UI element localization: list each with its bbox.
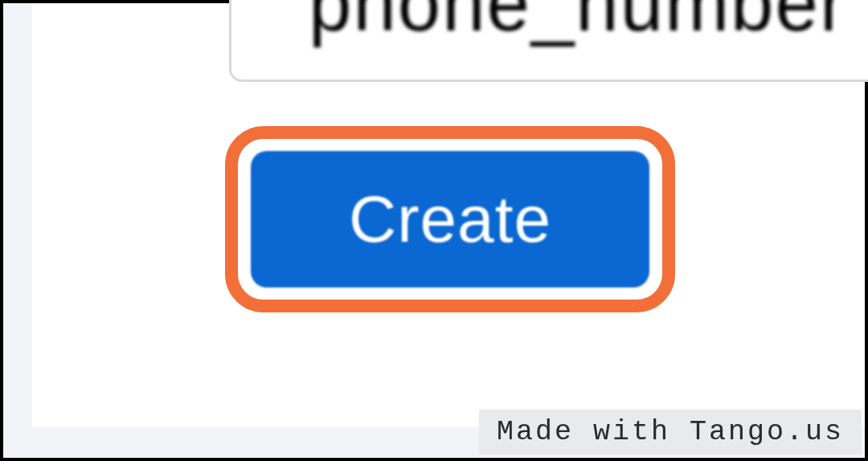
text-input-value[interactable]: phone_number: [309, 0, 847, 43]
main-panel: phone_number Create: [32, 3, 865, 427]
sidebar-strip: [3, 3, 32, 458]
screenshot-frame: phone_number Create Made with Tango.us: [0, 0, 868, 461]
create-button[interactable]: Create: [251, 151, 649, 288]
highlight-ring: Create: [225, 126, 675, 312]
watermark-badge: Made with Tango.us: [479, 410, 862, 455]
text-input-container: phone_number: [229, 0, 868, 82]
create-button-label: Create: [349, 182, 551, 257]
